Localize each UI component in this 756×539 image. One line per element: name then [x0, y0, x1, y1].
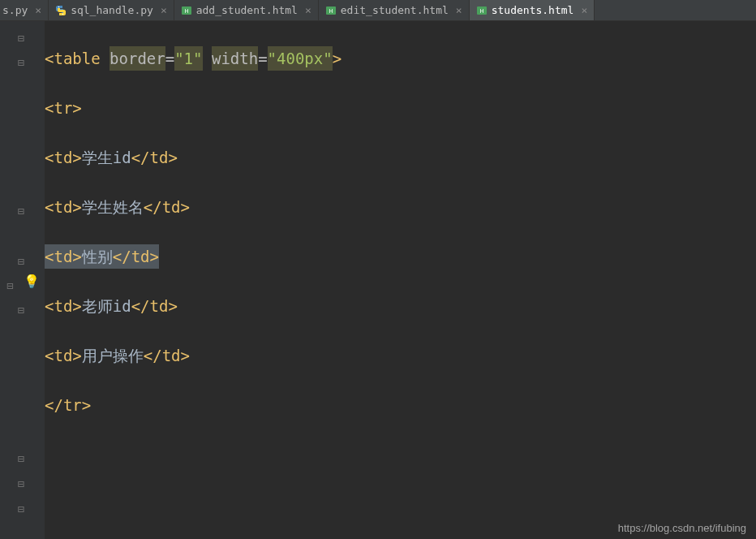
- code-text: <td>: [45, 195, 82, 220]
- fold-icon[interactable]: [18, 53, 28, 63]
- svg-text:H: H: [479, 8, 483, 14]
- gutter: 💡: [0, 21, 45, 539]
- svg-text:H: H: [184, 8, 188, 14]
- tab-label: add_student.html: [196, 4, 298, 16]
- tab-edit-student[interactable]: H edit_student.html ×: [319, 0, 470, 20]
- svg-text:H: H: [329, 8, 333, 14]
- code-text: </td>: [144, 195, 190, 220]
- code-text: <td>: [45, 294, 82, 319]
- html-icon: H: [325, 5, 337, 16]
- code-text: </tr>: [45, 393, 91, 418]
- editor-area: 💡 <table border="1" width="400px"> <tr> …: [0, 21, 756, 539]
- tab-label: sql_handle.py: [71, 4, 153, 16]
- code-text: 用户操作: [82, 343, 144, 369]
- tab-s-py[interactable]: s.py ×: [0, 0, 49, 20]
- code-text: <td>: [45, 248, 82, 265]
- editor-tabs: s.py × sql_handle.py × H add_student.htm…: [0, 0, 756, 21]
- code-text: width: [212, 46, 258, 71]
- lightbulb-icon[interactable]: 💡: [24, 274, 40, 289]
- svg-point-0: [58, 6, 59, 6]
- code-text: 学生id: [82, 145, 131, 170]
- html-icon: H: [476, 5, 488, 16]
- code-text: </td>: [131, 145, 178, 170]
- close-icon[interactable]: ×: [35, 4, 41, 16]
- code-text: 老师id: [82, 294, 131, 319]
- code-text: =: [258, 46, 267, 71]
- close-icon[interactable]: ×: [305, 4, 311, 16]
- code-text: <table: [45, 46, 110, 71]
- code-text: border: [110, 46, 165, 71]
- fold-icon[interactable]: [18, 28, 28, 38]
- html-icon: H: [181, 5, 192, 16]
- python-icon: [55, 5, 67, 16]
- fold-icon[interactable]: [18, 474, 28, 484]
- code-text: >: [333, 46, 341, 71]
- tab-label: students.html: [492, 4, 574, 16]
- code-text: </td>: [144, 343, 190, 369]
- code-text: "1": [174, 46, 202, 71]
- code-text: 学生姓名: [82, 195, 144, 220]
- tab-students[interactable]: H students.html ×: [470, 0, 595, 20]
- code-text: <td>: [45, 343, 82, 369]
- tab-label: edit_student.html: [341, 4, 449, 16]
- svg-point-1: [62, 13, 63, 14]
- close-icon[interactable]: ×: [161, 4, 167, 16]
- fold-icon[interactable]: [18, 201, 28, 211]
- fold-icon[interactable]: [18, 252, 28, 261]
- code-text: 性别: [82, 248, 113, 265]
- fold-icon[interactable]: [18, 300, 28, 310]
- tab-sql-handle[interactable]: sql_handle.py ×: [49, 0, 174, 20]
- code-text: <td>: [45, 145, 82, 170]
- fold-icon[interactable]: [18, 499, 28, 509]
- close-icon[interactable]: ×: [456, 4, 462, 16]
- code-text: </td>: [131, 294, 178, 319]
- code-text: "400px": [268, 46, 333, 71]
- close-icon[interactable]: ×: [581, 4, 587, 16]
- code-text: </td>: [113, 248, 159, 265]
- code-text: =: [165, 46, 174, 71]
- tab-label: s.py: [2, 4, 28, 16]
- tab-add-student[interactable]: H add_student.html ×: [174, 0, 319, 20]
- code-content[interactable]: <table border="1" width="400px"> <tr> <t…: [45, 21, 756, 539]
- code-text: <tr>: [45, 96, 82, 121]
- fold-icon[interactable]: [18, 449, 28, 459]
- watermark: https://blog.csdn.net/ifubing: [618, 522, 746, 534]
